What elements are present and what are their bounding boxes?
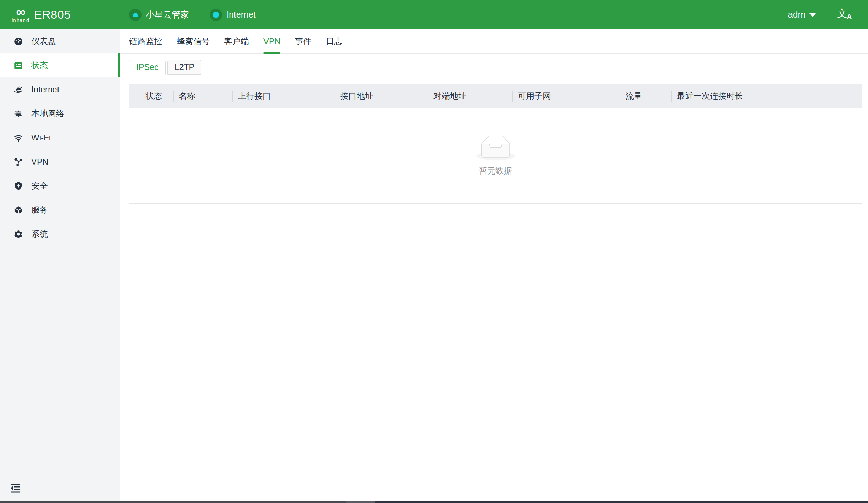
tab-logs[interactable]: 日志 xyxy=(326,29,342,53)
sidebar-collapse-button[interactable] xyxy=(8,481,23,495)
sidebar-item-label: 本地网络 xyxy=(31,108,64,119)
cube-icon xyxy=(14,206,23,215)
header-status-badges: 小星云管家 Internet xyxy=(120,9,256,21)
internet-icon xyxy=(14,85,23,94)
subtab-ipsec[interactable]: IPSec xyxy=(129,60,166,75)
table-empty-state: 暂无数据 xyxy=(129,108,862,204)
sidebar-item-label: 服务 xyxy=(31,205,48,216)
empty-inbox-icon xyxy=(476,135,515,161)
vpn-icon xyxy=(14,157,23,167)
sidebar-item-local-network[interactable]: 本地网络 xyxy=(0,102,120,126)
internet-status-label: Internet xyxy=(227,10,256,20)
tab-cellular-signal[interactable]: 蜂窝信号 xyxy=(177,29,210,53)
logo-wordmark: inhand xyxy=(12,18,29,23)
tab-vpn[interactable]: VPN xyxy=(264,29,280,53)
cloud-manager-label: 小星云管家 xyxy=(146,9,189,20)
tab-clients[interactable]: 客户端 xyxy=(224,29,249,53)
sidebar-item-label: 安全 xyxy=(31,181,48,192)
shield-icon xyxy=(14,182,23,191)
sidebar-item-services[interactable]: 服务 xyxy=(0,198,120,222)
sidebar-item-security[interactable]: 安全 xyxy=(0,174,120,198)
ipsec-status-table: 状态 名称 上行接口 接口地址 对端地址 可用子网 流量 最近一次连接时长 xyxy=(129,84,862,204)
language-switch-button[interactable]: 文 A xyxy=(837,8,852,21)
column-header-status: 状态 xyxy=(129,91,173,102)
logo-infinity-glyph: ∞ xyxy=(16,7,25,17)
sidebar-item-label: 仪表盘 xyxy=(31,36,56,47)
taskbar-edge-strip xyxy=(0,501,868,503)
sidebar-item-dashboard[interactable]: 仪表盘 xyxy=(0,29,120,53)
user-menu[interactable]: adm xyxy=(788,9,816,20)
column-header-uplink-interface: 上行接口 xyxy=(232,91,335,102)
sidebar-item-label: Internet xyxy=(31,85,59,94)
sidebar-item-vpn[interactable]: VPN xyxy=(0,150,120,174)
sidebar-item-status[interactable]: 状态 xyxy=(0,53,120,78)
inhand-logo-icon: ∞ inhand xyxy=(12,7,29,23)
sidebar-item-wifi[interactable]: Wi-Fi xyxy=(0,126,120,150)
body-row: 仪表盘 状态 xyxy=(0,29,868,501)
user-name: adm xyxy=(788,9,806,20)
internet-status-badge[interactable]: Internet xyxy=(210,9,256,21)
empty-state-text: 暂无数据 xyxy=(479,165,512,176)
wifi-icon xyxy=(14,133,23,143)
column-header-traffic: 流量 xyxy=(620,91,671,102)
tab-events[interactable]: 事件 xyxy=(295,29,311,53)
online-dot-icon xyxy=(210,9,222,21)
device-model-title: ER805 xyxy=(34,8,71,21)
status-icon xyxy=(14,61,23,70)
subtab-l2tp[interactable]: L2TP xyxy=(167,60,202,75)
gear-icon xyxy=(14,230,23,239)
status-tab-bar: 链路监控 蜂窝信号 客户端 VPN 事件 日志 xyxy=(120,29,868,54)
cloud-icon xyxy=(129,9,142,21)
column-header-interface-address: 接口地址 xyxy=(335,91,428,102)
sidebar-item-system[interactable]: 系统 xyxy=(0,222,120,246)
cloud-manager-badge[interactable]: 小星云管家 xyxy=(129,9,189,21)
tab-link-monitoring[interactable]: 链路监控 xyxy=(129,29,162,53)
globe-icon xyxy=(14,109,23,119)
column-header-peer-address: 对端地址 xyxy=(428,91,512,102)
table-header-row: 状态 名称 上行接口 接口地址 对端地址 可用子网 流量 最近一次连接时长 xyxy=(129,84,862,108)
column-header-name: 名称 xyxy=(173,91,232,102)
column-header-available-subnet: 可用子网 xyxy=(512,91,620,102)
menu-fold-icon xyxy=(10,483,21,493)
gauge-icon xyxy=(14,37,23,46)
sidebar-item-label: 系统 xyxy=(31,229,48,240)
main-content: 链路监控 蜂窝信号 客户端 VPN 事件 日志 IPSec L2TP 状态 名称… xyxy=(120,29,868,501)
sidebar-item-internet[interactable]: Internet xyxy=(0,78,120,102)
language-a-glyph: A xyxy=(847,12,852,21)
er805-admin-page: ∞ inhand ER805 小星云管家 Internet xyxy=(0,0,868,503)
column-header-last-connection-duration: 最近一次连接时长 xyxy=(671,91,862,102)
chevron-down-icon xyxy=(809,13,816,17)
sidebar-item-label: VPN xyxy=(31,157,48,167)
language-zh-glyph: 文 xyxy=(837,8,847,19)
app-header: ∞ inhand ER805 小星云管家 Internet xyxy=(0,0,868,29)
brand-logo: ∞ inhand ER805 xyxy=(0,7,120,23)
vpn-subtabs: IPSec L2TP xyxy=(129,60,868,75)
sidebar-nav: 仪表盘 状态 xyxy=(0,29,120,501)
sidebar-item-label: Wi-Fi xyxy=(31,133,51,143)
sidebar-item-label: 状态 xyxy=(31,60,48,71)
